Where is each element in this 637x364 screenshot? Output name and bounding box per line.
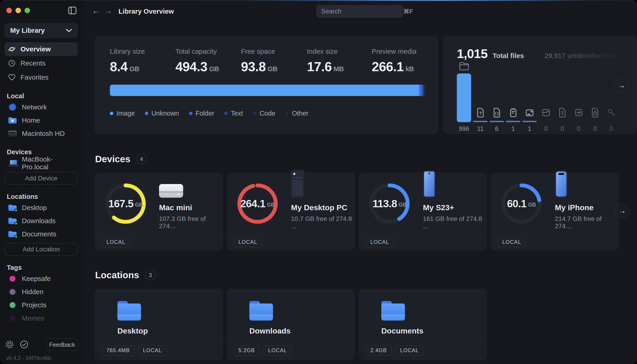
sidebar-item-recents[interactable]: Recents (4, 56, 78, 70)
sidebar-item-macintosh-hd[interactable]: Macintosh HD (4, 127, 78, 140)
sidebar-tag-hidden[interactable]: Hidden (4, 285, 78, 298)
sidebar: My Library Overview Recents Favorite (0, 0, 82, 364)
unidentified-files: 29,917 unidentified files (545, 52, 616, 60)
tag-label: Hidden (22, 288, 44, 296)
sidebar-tag-projects[interactable]: Projects (4, 298, 78, 312)
chart-col-damaged (555, 60, 570, 122)
count-bar (588, 121, 602, 122)
legend-item-unknown: Unknown (145, 110, 179, 117)
sidebar-item-label: Recents (20, 60, 46, 67)
locked-file-icon (590, 108, 600, 118)
back-arrow-icon[interactable]: ← (92, 6, 100, 15)
total-files-card: 1,015 Total files 29,917 unidentified fi… (444, 36, 637, 134)
count-bar (555, 121, 570, 122)
tag-dot (10, 289, 16, 295)
file-type-counts: 996 11 6 1 1 0 0 0 0 0 (457, 125, 618, 132)
sidebar-item-label: Downloads (22, 217, 56, 225)
locations-count-badge: 3 (145, 270, 156, 280)
location-name: Downloads (249, 326, 354, 335)
folder-icon (118, 301, 141, 320)
size-badge: 765.4MB (102, 345, 135, 356)
sidebar-section-tags: Tags (4, 264, 78, 272)
count-bar (539, 121, 553, 122)
sidebar-item-downloads[interactable]: Downloads (4, 214, 78, 228)
size-badge: 5.2GB (234, 345, 260, 356)
library-selector[interactable]: My Library (4, 23, 78, 38)
usage-bar-segment (420, 85, 422, 96)
legend-item-other: Other (285, 110, 308, 117)
devices-heading: Devices 4 (95, 153, 637, 165)
size-badge: 2.4GB (366, 345, 392, 356)
app-window: My Library Overview Recents Favorite (0, 0, 637, 364)
legend-item-folder: Folder (189, 110, 214, 117)
sidebar-footer: Feedback (4, 338, 78, 351)
feedback-button[interactable]: Feedback (46, 338, 78, 351)
minimize-button[interactable] (16, 8, 21, 13)
chevron-down-icon (66, 28, 72, 32)
devices-count-badge: 4 (136, 154, 147, 164)
device-card-iphone[interactable]: 60.1GB My iPhone 214.7 GB free of 274...… (491, 173, 618, 250)
search-input[interactable] (321, 8, 403, 15)
clock-icon (8, 60, 16, 67)
sidebar-tag-keepsafe[interactable]: Keepsafe (4, 272, 78, 285)
sidebar-item-documents[interactable]: Documents (4, 228, 78, 241)
usage-bar-segment (110, 85, 419, 96)
device-card-s23[interactable]: 113.8GB My S23+ 161 GB free of 274.8 ...… (359, 173, 486, 250)
damaged-file-icon (558, 108, 567, 118)
settings-gear-icon[interactable] (4, 340, 14, 350)
location-card-documents[interactable]: Documents 2.4GB LOCAL (359, 289, 486, 360)
device-card-desktop-pc[interactable]: 264.1GB My Desktop PC 10.7 GB free of 27… (227, 173, 354, 250)
search-box[interactable]: ⌘F (316, 5, 403, 18)
sidebar-item-label: Macintosh HD (22, 130, 64, 138)
forward-arrow-icon[interactable]: → (104, 6, 112, 15)
device-name: My Desktop PC (291, 203, 354, 212)
files-detail-arrow-button[interactable]: → (614, 78, 629, 93)
add-device-button[interactable]: Add Device (4, 172, 78, 185)
local-badge: LOCAL (498, 237, 526, 247)
usage-bar-segment (424, 85, 425, 96)
folder-count-bar (457, 74, 471, 122)
check-circle-icon[interactable] (19, 340, 29, 350)
zoom-button[interactable] (24, 8, 30, 13)
hard-disk-icon (8, 130, 17, 137)
close-button[interactable] (6, 8, 12, 13)
device-name: Mac mini (159, 203, 222, 212)
add-location-button[interactable]: Add Location (4, 243, 78, 256)
planet-icon (8, 46, 16, 53)
chart-col-key (604, 60, 618, 122)
device-card-mac-mini[interactable]: 167.5GB Mac mini 107.3 GB free of 274...… (95, 173, 222, 250)
legend-item-text: Text (224, 110, 243, 117)
devices-scroll-arrow-button[interactable]: → (615, 203, 630, 218)
chart-col-folder (457, 60, 471, 122)
device-detail: 214.7 GB free of 274.... (555, 215, 618, 230)
sidebar-section-local: Local (4, 92, 78, 100)
sidebar-section-locations: Locations (4, 193, 78, 201)
sidebar-item-home[interactable]: Home (4, 114, 78, 127)
tag-dot (10, 315, 16, 321)
tag-label: Memes (22, 314, 44, 322)
sidebar-item-macbook[interactable]: MacBook-Pro.local (4, 156, 78, 170)
sidebar-nav: Overview Recents Favorites (4, 42, 78, 84)
usage-ring: 264.1GB (236, 182, 279, 225)
sidebar-tag-memes[interactable]: Memes (4, 312, 78, 325)
note-icon (509, 108, 518, 118)
usage-legend: Image Unknown Folder Text Code Other (110, 110, 426, 117)
locations-row: Desktop 765.4MB LOCAL Downloads 5.2GB LO… (95, 289, 637, 360)
stat-total-capacity: Total capacity 494.3GB (176, 48, 241, 74)
library-selector-label: My Library (10, 26, 45, 34)
sidebar-item-overview[interactable]: Overview (4, 42, 78, 56)
local-badge: LOCAL (102, 237, 130, 247)
window-controls (4, 6, 78, 14)
disk-icon (542, 108, 550, 118)
count-bar (572, 121, 586, 122)
storage-usage-bar (110, 85, 426, 96)
local-badge: LOCAL (366, 237, 394, 247)
location-card-desktop[interactable]: Desktop 765.4MB LOCAL (95, 289, 222, 360)
sidebar-item-desktop[interactable]: Desktop (4, 201, 78, 214)
sidebar-toggle-icon[interactable] (68, 6, 77, 15)
svg-text:?: ? (479, 111, 482, 116)
sidebar-item-network[interactable]: Network (4, 100, 78, 114)
location-card-downloads[interactable]: Downloads 5.2GB LOCAL (227, 289, 354, 360)
sidebar-item-favorites[interactable]: Favorites (4, 70, 78, 84)
sidebar-item-label: Desktop (22, 204, 47, 212)
